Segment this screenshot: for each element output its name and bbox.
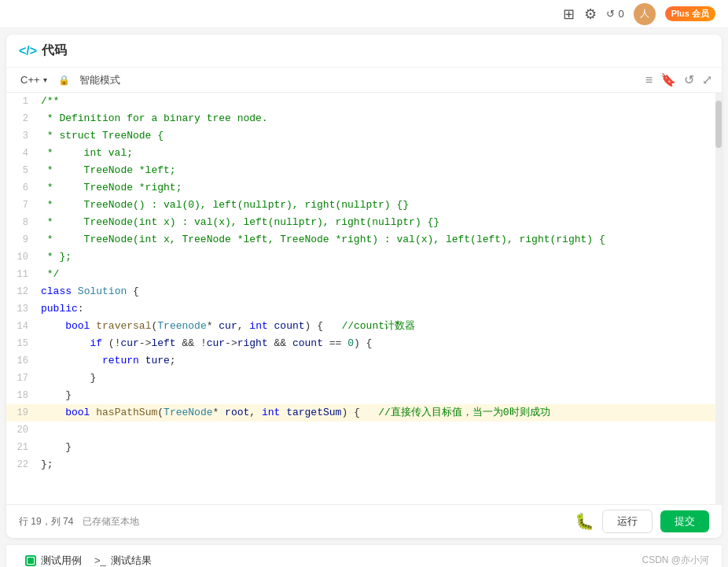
code-line-20: 20 — [6, 422, 722, 439]
code-line-12: 12 class Solution { — [6, 283, 722, 300]
bookmark-icon[interactable]: 🔖 — [660, 72, 676, 87]
code-line-22: 22 }; — [6, 456, 722, 473]
plus-badge[interactable]: Plus 会员 — [665, 6, 715, 21]
panel-title-text: 代码 — [42, 42, 67, 59]
lock-icon: 🔒 — [58, 75, 70, 86]
toolbar: C++ ▾ 🔒 智能模式 ≡ 🔖 ↺ ⤢ — [6, 68, 722, 93]
bell-icon: ↺ — [606, 8, 615, 20]
code-line-17: 17 } — [6, 370, 722, 387]
toolbar-right: ≡ 🔖 ↺ ⤢ — [645, 72, 712, 87]
undo-icon[interactable]: ↺ — [684, 72, 694, 87]
code-line-5: 5 * TreeNode *left; — [6, 162, 722, 179]
code-line-3: 3 * struct TreeNode { — [6, 127, 722, 145]
grid-icon[interactable]: ⊞ — [563, 6, 575, 23]
cursor-position: 行 19，列 74 — [19, 515, 73, 528]
avatar[interactable]: 人 — [634, 3, 656, 25]
notification-count: 0 — [618, 8, 623, 20]
language-selector[interactable]: C++ ▾ — [16, 72, 52, 87]
code-line-4: 4 * int val; — [6, 145, 722, 162]
settings-icon[interactable]: ⚙ — [584, 6, 597, 23]
code-panel: </> 代码 C++ ▾ 🔒 智能模式 ≡ 🔖 ↺ ⤢ 1 /** 2 * De… — [6, 35, 722, 538]
code-icon: </> — [19, 44, 37, 58]
topbar: ⊞ ⚙ ↺ 0 人 Plus 会员 — [0, 0, 728, 28]
code-line-1: 1 /** — [6, 93, 722, 110]
debug-icon[interactable]: 🐛 — [575, 512, 594, 531]
panel-title: </> 代码 — [19, 42, 67, 59]
language-label: C++ — [20, 74, 40, 86]
notification-badge[interactable]: ↺ 0 — [606, 8, 623, 20]
smart-mode-label: 智能模式 — [79, 73, 120, 87]
code-editor[interactable]: 1 /** 2 * Definition for a binary tree n… — [6, 93, 722, 504]
test-case-label: 测试用例 — [41, 554, 82, 568]
code-line-9: 9 * TreeNode(int x, TreeNode *left, Tree… — [6, 231, 722, 249]
test-case-checkbox — [25, 555, 36, 566]
submit-button[interactable]: 提交 — [660, 510, 709, 532]
code-line-2: 2 * Definition for a binary tree node. — [6, 110, 722, 127]
code-line-11: 11 */ — [6, 266, 722, 283]
save-status: 已存储至本地 — [83, 515, 139, 528]
code-line-6: 6 * TreeNode *right; — [6, 179, 722, 197]
code-line-13: 13 public: — [6, 300, 722, 318]
chevron-down-icon: ▾ — [43, 75, 47, 84]
test-result-label: 测试结果 — [111, 554, 152, 568]
code-line-14: 14 bool traversal(Treenode* cur, int cou… — [6, 318, 722, 335]
scrollbar-thumb[interactable] — [715, 101, 722, 148]
fullscreen-icon[interactable]: ⤢ — [702, 72, 712, 87]
run-button[interactable]: 运行 — [602, 510, 653, 533]
tab-test-result[interactable]: >_ 测试结果 — [88, 550, 158, 568]
topbar-icons: ⊞ ⚙ ↺ 0 人 Plus 会员 — [563, 3, 715, 25]
code-line-8: 8 * TreeNode(int x) : val(x), left(nullp… — [6, 214, 722, 231]
code-line-15: 15 if (!cur->left && !cur->right && coun… — [6, 335, 722, 352]
scrollbar-track[interactable] — [715, 93, 722, 504]
terminal-icon: >_ — [94, 554, 106, 566]
code-line-19: 19 bool hasPathSum(TreeNode* root, int t… — [6, 404, 722, 422]
bottom-tabs: 测试用例 >_ 测试结果 CSDN @亦小河 — [6, 544, 722, 567]
code-line-18: 18 } — [6, 387, 722, 404]
status-bar: 行 19，列 74 已存储至本地 🐛 运行 提交 — [6, 504, 722, 538]
menu-icon[interactable]: ≡ — [645, 73, 653, 87]
status-right: 🐛 运行 提交 — [575, 510, 709, 533]
code-line-16: 16 return ture; — [6, 352, 722, 370]
code-line-7: 7 * TreeNode() : val(0), left(nullptr), … — [6, 197, 722, 214]
code-line-10: 10 * }; — [6, 249, 722, 266]
csdn-credit: CSDN @亦小河 — [642, 554, 709, 567]
code-line-21: 21 } — [6, 439, 722, 456]
tab-test-case[interactable]: 测试用例 — [19, 550, 88, 568]
panel-header: </> 代码 — [6, 35, 722, 68]
